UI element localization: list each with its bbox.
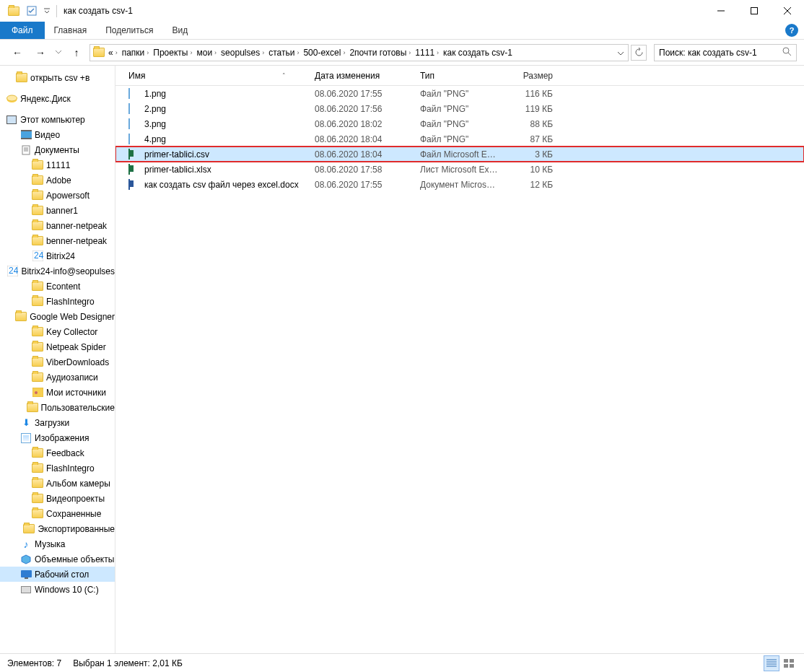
file-name: 4.png [144,134,166,144]
back-button[interactable]: ← [7,43,27,63]
tree-item[interactable]: Этот компьютер [0,112,115,127]
address-dropdown-icon[interactable] [618,48,626,58]
tree-item[interactable]: Яндекс.Диск [0,91,115,106]
tree-item-label: Документы [35,145,79,155]
tree-item[interactable]: Netpeak Spider [0,339,115,354]
tree-item[interactable]: banner-netpeak [0,218,115,233]
tree-item-label: Изображения [35,433,89,443]
thumbnails-view-button[interactable] [781,655,797,671]
ribbon-tab[interactable]: Поделиться [96,22,162,39]
breadcrumb-item[interactable]: 1111› [413,45,441,61]
tree-item[interactable]: Econtent [0,279,115,294]
tree-item-label: Мои источники [46,388,106,398]
tree-item[interactable]: 11111 [0,157,115,173]
tree-item-label: banner1 [46,206,78,216]
breadcrumb-item[interactable]: мои› [194,45,219,61]
column-size[interactable]: Размер [505,71,557,81]
tree-item[interactable]: Видеопроекты [0,491,115,506]
address-bar[interactable]: «› папки›Проекты›мои›seopulses›статьи›50… [89,44,629,61]
tree-item[interactable]: FlashIntegro [0,461,115,476]
folder-icon [27,402,38,414]
maximize-button[interactable] [738,0,771,22]
breadcrumb-overflow[interactable]: «› [106,45,120,61]
up-button[interactable]: ↑ [66,43,87,63]
column-type[interactable]: Тип [420,71,505,81]
svg-text:24: 24 [34,250,43,261]
breadcrumb-item[interactable]: 500-excel› [301,45,347,61]
tree-item[interactable]: Мои источники [0,385,115,400]
file-row[interactable]: primer-tablici.xlsx08.06.2020 17:58Лист … [115,162,804,177]
tree-item[interactable]: Объемные объекты [0,551,115,567]
folder-icon [15,311,27,323]
svg-rect-15 [21,570,32,577]
details-view-button[interactable] [764,655,779,671]
tree-item[interactable]: Apowersoft [0,188,115,203]
properties-icon[interactable] [24,3,40,19]
column-name[interactable]: Имя˄ [128,71,315,81]
breadcrumb-item[interactable]: папки› [120,45,152,61]
svg-point-14 [35,391,38,394]
breadcrumb-item[interactable]: 2почти готовы› [347,45,413,61]
breadcrumb-item[interactable]: seopulses› [219,45,266,61]
folder-icon[interactable] [6,3,22,19]
tree-item[interactable]: ViberDownloads [0,354,115,370]
tree-item[interactable]: Рабочий стол [0,567,115,582]
tree-item[interactable]: benner-netpeak [0,233,115,248]
file-list[interactable]: 1.png08.06.2020 17:55Файл "PNG"116 КБ2.p… [115,86,804,653]
file-name: как создать csv файл через excel.docx [144,180,299,190]
tree-item[interactable]: Google Web Designer [0,309,115,324]
file-row[interactable]: 2.png08.06.2020 17:56Файл "PNG"119 КБ [115,101,804,116]
forward-button[interactable]: → [30,43,51,63]
folder-icon [32,448,43,459]
img-icon [128,134,140,145]
help-button[interactable]: ? [785,24,798,37]
qat-dropdown-icon[interactable] [42,3,52,19]
tree-item[interactable]: banner1 [0,203,115,218]
file-row[interactable]: primer-tablici.csv08.06.2020 18:04Файл M… [115,147,804,162]
file-row[interactable]: 3.png08.06.2020 18:02Файл "PNG"88 КБ [115,116,804,131]
tree-item[interactable]: Сохраненные [0,506,115,521]
tree-item[interactable]: Key Collector [0,324,115,339]
breadcrumb-item[interactable]: Проекты› [151,45,194,61]
svg-rect-7 [21,138,32,139]
src-icon [32,387,43,398]
svg-point-4 [6,95,17,101]
close-button[interactable] [771,0,804,22]
tree-item-label: Аудиозаписи [46,372,98,383]
refresh-button[interactable] [631,45,647,61]
tree-item[interactable]: Пользовательские [0,400,115,415]
file-row[interactable]: как создать csv файл через excel.docx08.… [115,177,804,192]
navigation-tree[interactable]: открыть csv +вЯндекс.ДискЭтот компьютерВ… [0,66,115,653]
tree-item[interactable]: Adobe [0,173,115,188]
tree-item[interactable]: FlashIntegro [0,294,115,309]
file-row[interactable]: 1.png08.06.2020 17:55Файл "PNG"116 КБ [115,86,804,101]
tree-item[interactable]: Видео [0,127,115,142]
tree-item[interactable]: открыть csv +в [0,70,115,85]
file-date: 08.06.2020 17:58 [315,165,420,175]
tree-item[interactable]: Изображения [0,430,115,445]
tree-item[interactable]: Документы [0,142,115,157]
tree-item[interactable]: Аудиозаписи [0,370,115,385]
file-type: Документ Micros… [420,180,505,190]
tree-item[interactable]: ♪Музыка [0,536,115,551]
ribbon-tab[interactable]: Главная [45,22,97,39]
tree-item[interactable]: Экспортированные [0,521,115,536]
tree-item-label: benner-netpeak [46,236,107,246]
breadcrumb-item[interactable]: как создать csv-1 [441,45,515,61]
ribbon-tab[interactable]: Вид [162,22,197,39]
tree-item[interactable]: Feedback [0,445,115,461]
minimize-button[interactable] [704,0,738,22]
recent-dropdown-icon[interactable] [53,43,64,63]
svg-rect-19 [784,664,788,668]
file-tab[interactable]: Файл [0,22,45,39]
tree-item[interactable]: 24Bitrix24 [0,248,115,263]
tree-item[interactable]: Windows 10 (C:) [0,582,115,597]
desktop-icon [20,569,32,580]
breadcrumb-item[interactable]: статьи› [266,45,301,61]
tree-item[interactable]: Альбом камеры [0,476,115,491]
search-input[interactable]: Поиск: как создать csv-1 [654,44,797,61]
tree-item[interactable]: 24Bitrix24-info@seopulses [0,263,115,279]
column-date[interactable]: Дата изменения [315,71,420,81]
tree-item[interactable]: ⬇Загрузки [0,415,115,430]
file-row[interactable]: 4.png08.06.2020 18:04Файл "PNG"87 КБ [115,131,804,147]
